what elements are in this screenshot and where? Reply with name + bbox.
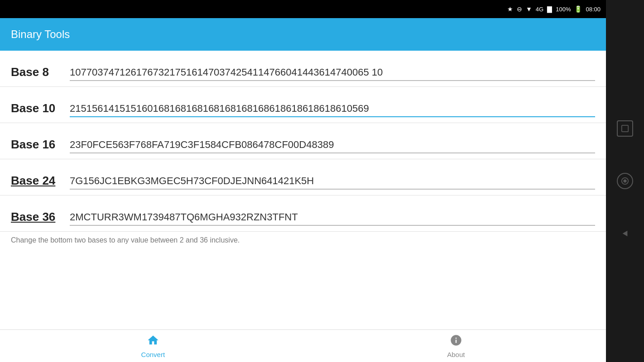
base-10-row: Base 10 xyxy=(0,87,606,123)
app-title: Binary Tools xyxy=(11,28,70,41)
base-24-row: Base 24 xyxy=(0,159,606,195)
base-24-input[interactable] xyxy=(70,175,595,187)
main-screen: ★ ⊖ ▼ 4G ▇ 100% 🔋 08:00 Binary Tools Bas… xyxy=(0,0,606,362)
content-area: Base 8 Base 10 Base 16 Base 24 xyxy=(0,51,606,329)
base-10-input[interactable] xyxy=(70,103,595,114)
base-8-label: Base 8 xyxy=(11,65,70,81)
signal-bars-icon: ▇ xyxy=(547,5,552,13)
base-8-row: Base 8 xyxy=(0,51,606,87)
base-24-label: Base 24 xyxy=(11,174,70,190)
wifi-icon: ▼ xyxy=(526,5,532,13)
base-16-value-wrapper[interactable] xyxy=(70,139,595,153)
back-button[interactable] xyxy=(617,225,633,242)
svg-point-2 xyxy=(623,179,626,182)
svg-rect-0 xyxy=(622,125,628,132)
home-icon xyxy=(147,334,159,350)
home-button[interactable] xyxy=(617,173,633,189)
network-type: 4G xyxy=(536,6,543,13)
status-bar: ★ ⊖ ▼ 4G ▇ 100% 🔋 08:00 xyxy=(0,0,606,18)
nav-about[interactable]: About xyxy=(436,330,476,362)
do-not-disturb-icon: ⊖ xyxy=(517,5,522,13)
battery-icon: 🔋 xyxy=(574,5,582,13)
base-16-input[interactable] xyxy=(70,139,595,151)
nav-convert[interactable]: Convert xyxy=(130,330,176,362)
bluetooth-icon: ★ xyxy=(507,5,513,13)
base-8-value-wrapper[interactable] xyxy=(70,67,595,81)
base-36-label: Base 36 xyxy=(11,210,70,226)
recents-button[interactable] xyxy=(617,120,633,137)
svg-marker-3 xyxy=(623,231,628,237)
side-bar xyxy=(606,0,644,362)
clock: 08:00 xyxy=(586,6,601,13)
convert-label: Convert xyxy=(141,351,165,358)
battery-percent: 100% xyxy=(556,6,571,13)
bottom-nav: Convert About xyxy=(0,329,606,362)
app-bar: Binary Tools xyxy=(0,18,606,51)
info-icon xyxy=(450,334,462,350)
base-8-input[interactable] xyxy=(70,67,595,78)
base-16-label: Base 16 xyxy=(11,138,70,153)
hint-text: Change the bottom two bases to any value… xyxy=(0,232,606,249)
base-10-value-wrapper[interactable] xyxy=(70,103,595,117)
base-10-label: Base 10 xyxy=(11,101,70,117)
base-36-row: Base 36 xyxy=(0,195,606,232)
base-16-row: Base 16 xyxy=(0,123,606,159)
base-24-value-wrapper[interactable] xyxy=(70,175,595,190)
base-36-value-wrapper[interactable] xyxy=(70,211,595,226)
about-label: About xyxy=(447,351,465,358)
base-36-input[interactable] xyxy=(70,211,595,223)
